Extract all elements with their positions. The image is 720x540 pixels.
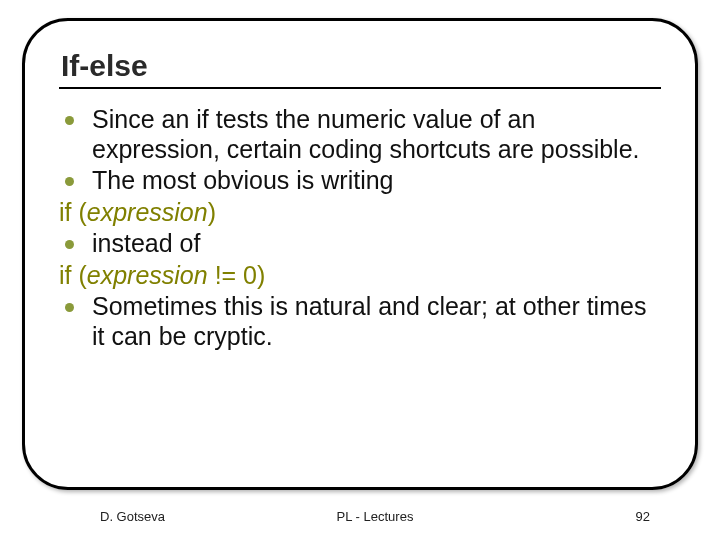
footer-page-number: 92 — [467, 509, 720, 524]
slide-title: If-else — [61, 49, 661, 83]
bullet-text: instead of — [92, 229, 661, 259]
code-line: if (expression != 0) — [59, 261, 661, 291]
bullet-text: Sometimes this is natural and clear; at … — [92, 292, 661, 351]
code-text: if ( — [59, 198, 87, 226]
bullet-item: Since an if tests the numeric value of a… — [59, 105, 661, 164]
footer-author: D. Gotseva — [0, 509, 283, 524]
slide-footer: D. Gotseva PL - Lectures 92 — [0, 509, 720, 524]
slide-frame: If-else Since an if tests the numeric va… — [22, 18, 698, 490]
bullet-item: The most obvious is writing — [59, 166, 661, 196]
code-expression: expression — [87, 198, 208, 226]
footer-title: PL - Lectures — [283, 509, 466, 524]
bullet-text: Since an if tests the numeric value of a… — [92, 105, 661, 164]
code-line: if (expression) — [59, 198, 661, 228]
code-expression: expression — [87, 261, 208, 289]
bullet-icon — [65, 303, 74, 312]
bullet-text: The most obvious is writing — [92, 166, 661, 196]
bullet-icon — [65, 177, 74, 186]
title-rule — [59, 87, 661, 89]
slide-content: Since an if tests the numeric value of a… — [59, 105, 661, 351]
bullet-item: Sometimes this is natural and clear; at … — [59, 292, 661, 351]
code-text: if ( — [59, 261, 87, 289]
bullet-item: instead of — [59, 229, 661, 259]
code-text: ) — [208, 198, 216, 226]
code-text: != 0) — [208, 261, 266, 289]
bullet-icon — [65, 116, 74, 125]
bullet-icon — [65, 240, 74, 249]
